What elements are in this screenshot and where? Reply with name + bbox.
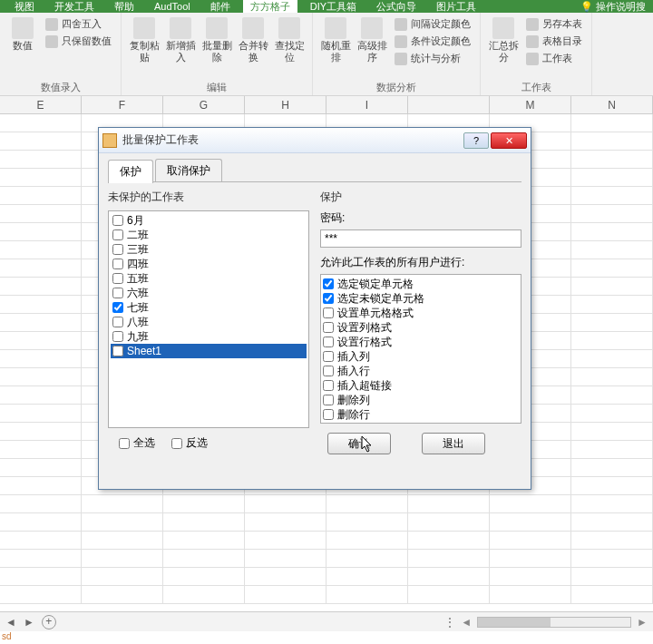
sheet-item-9ban[interactable]: 九班 — [111, 329, 307, 344]
perm-format-rows[interactable]: 设置行格式 — [323, 335, 519, 349]
sheet-item-6yue[interactable]: 6月 — [111, 213, 307, 228]
col-N[interactable]: N — [571, 96, 653, 113]
sheet-check[interactable] — [112, 244, 123, 255]
new-sheet-button[interactable]: + — [42, 615, 56, 629]
sheet-check[interactable] — [112, 215, 123, 226]
sheet-check[interactable] — [112, 346, 123, 356]
stats-icon — [395, 53, 407, 65]
perm-format-cols[interactable]: 设置列格式 — [323, 320, 519, 335]
sheet-check[interactable] — [112, 259, 123, 269]
hscroll-track[interactable] — [477, 617, 631, 628]
perm-select-unlocked[interactable]: 选定未锁定单元格 — [323, 291, 519, 306]
perm-delete-rows[interactable]: 删除行 — [323, 407, 519, 422]
tell-me[interactable]: 💡 操作说明搜 — [573, 0, 653, 13]
tab-picture[interactable]: 图片工具 — [429, 0, 483, 13]
btn-advsort[interactable]: 高级排序 — [355, 15, 389, 65]
btn-batch-delete[interactable]: 批量删除 — [200, 15, 234, 65]
sheet-item-5ban[interactable]: 五班 — [111, 271, 307, 286]
col-E[interactable]: E — [0, 96, 82, 113]
btn-interval-color[interactable]: 间隔设定颜色 — [391, 15, 474, 33]
sheet-nav-prev[interactable]: ◄ — [5, 616, 16, 629]
tab-mail[interactable]: 邮件 — [203, 0, 238, 13]
status-bar: sd — [0, 631, 653, 644]
tab-protect[interactable]: 保护 — [108, 160, 153, 183]
sheet-item-sheet1[interactable]: Sheet1 — [111, 344, 307, 358]
select-all-checkbox[interactable]: 全选 — [119, 435, 155, 451]
tab-help[interactable]: 帮助 — [107, 0, 141, 13]
column-headers: E F G H I M N — [0, 96, 653, 114]
permissions-listbox[interactable]: 选定锁定单元格 选定未锁定单元格 设置单元格格式 设置列格式 设置行格式 插入列… — [320, 274, 521, 424]
ribbon: 数值 四舍五入 只保留数值 数值录入 复制粘贴 新增插入 批量删除 合并转换 查… — [0, 13, 653, 96]
insert-icon — [170, 17, 191, 39]
col-H[interactable]: H — [245, 96, 326, 113]
sheet-item-3ban[interactable]: 三班 — [111, 242, 307, 257]
hscroll-left[interactable]: ◄ — [461, 616, 472, 629]
hscroll-thumb[interactable] — [478, 618, 551, 627]
sheet-check[interactable] — [112, 302, 123, 313]
tab-diy[interactable]: DIY工具箱 — [303, 0, 364, 13]
sheet-check[interactable] — [112, 288, 123, 298]
perm-insert-cols[interactable]: 插入列 — [323, 349, 519, 364]
find-icon — [278, 17, 300, 39]
sheet-check[interactable] — [112, 273, 123, 284]
col-F[interactable]: F — [82, 96, 163, 113]
dialog-titlebar[interactable]: 批量保护工作表 ? ✕ — [99, 128, 531, 153]
fill-icon — [395, 18, 407, 31]
invert-checkbox[interactable]: 反选 — [171, 435, 208, 451]
sheet-listbox[interactable]: 6月 二班 三班 四班 五班 六班 七班 八班 九班 Sheet1 — [108, 210, 309, 428]
perm-delete-cols[interactable]: 删除列 — [323, 393, 519, 407]
btn-keep-numeric[interactable]: 只保留数值 — [42, 33, 115, 50]
btn-saveas[interactable]: 另存本表 — [522, 15, 586, 33]
tab-formula[interactable]: 公式向导 — [369, 0, 424, 13]
sheet-check[interactable] — [112, 229, 123, 240]
col-M[interactable]: M — [490, 96, 571, 113]
perm-insert-hyperlinks[interactable]: 插入超链接 — [323, 378, 519, 393]
sheet-item-7ban[interactable]: 七班 — [111, 300, 307, 315]
btn-stats[interactable]: 统计与分析 — [391, 50, 474, 67]
hscroll-right[interactable]: ► — [637, 616, 648, 629]
horizontal-scrollbar[interactable]: ⋮ ◄ ► — [444, 616, 648, 629]
perm-insert-rows[interactable]: 插入行 — [323, 364, 519, 378]
sheet-item-8ban[interactable]: 八班 — [111, 315, 307, 329]
sheet-item-2ban[interactable]: 二班 — [111, 228, 307, 242]
dialog-app-icon — [102, 133, 117, 148]
password-input[interactable] — [320, 229, 521, 248]
btn-summary-split[interactable]: 汇总拆分 — [486, 15, 521, 65]
btn-merge[interactable]: 合并转换 — [236, 15, 270, 65]
ok-button[interactable]: 确认 — [327, 433, 391, 454]
btn-round[interactable]: 四舍五入 — [42, 15, 115, 33]
permissions-label: 允许此工作表的所有用户进行: — [320, 255, 521, 270]
sheet-check[interactable] — [112, 331, 123, 342]
tab-audtool[interactable]: AudTool — [147, 0, 198, 13]
pane-unprotected-sheets: 未保护的工作表 6月 二班 三班 四班 五班 六班 七班 八班 九班 Sheet… — [108, 190, 309, 480]
sheet-item-6ban[interactable]: 六班 — [111, 286, 307, 300]
sheet-nav-next[interactable]: ► — [24, 616, 34, 629]
perm-select-locked[interactable]: 选定锁定单元格 — [323, 277, 519, 291]
col-I[interactable]: I — [326, 96, 408, 113]
saveas-icon — [526, 18, 539, 31]
round-icon — [45, 18, 58, 31]
toc-icon — [526, 35, 539, 48]
numeric-icon — [12, 17, 34, 39]
btn-find[interactable]: 查找定位 — [272, 15, 307, 65]
perm-format-cells[interactable]: 设置单元格格式 — [323, 306, 519, 320]
btn-insert[interactable]: 新增插入 — [163, 15, 198, 65]
sheet-item-4ban[interactable]: 四班 — [111, 257, 307, 271]
btn-numeric[interactable]: 数值 — [5, 15, 40, 54]
exit-button[interactable]: 退出 — [422, 433, 485, 454]
dialog-help-button[interactable]: ? — [463, 132, 489, 149]
col-G[interactable]: G — [163, 96, 245, 113]
btn-random[interactable]: 随机重排 — [318, 15, 353, 65]
btn-cond-color[interactable]: 条件设定颜色 — [391, 33, 474, 50]
copy-icon — [133, 17, 155, 39]
dialog-close-button[interactable]: ✕ — [491, 132, 527, 149]
btn-toc[interactable]: 表格目录 — [522, 33, 586, 50]
tab-ffgz[interactable]: 方方格子 — [243, 0, 297, 13]
tab-unprotect[interactable]: 取消保护 — [155, 159, 222, 182]
btn-copy-paste[interactable]: 复制粘贴 — [127, 15, 161, 65]
btn-wsmenu[interactable]: 工作表 — [522, 50, 586, 67]
sheet-check[interactable] — [112, 317, 123, 327]
tab-view[interactable]: 视图 — [7, 0, 42, 13]
group-worksheet: 汇总拆分 另存本表 表格目录 工作表 工作表 — [481, 13, 592, 95]
tab-dev[interactable]: 开发工具 — [47, 0, 102, 13]
